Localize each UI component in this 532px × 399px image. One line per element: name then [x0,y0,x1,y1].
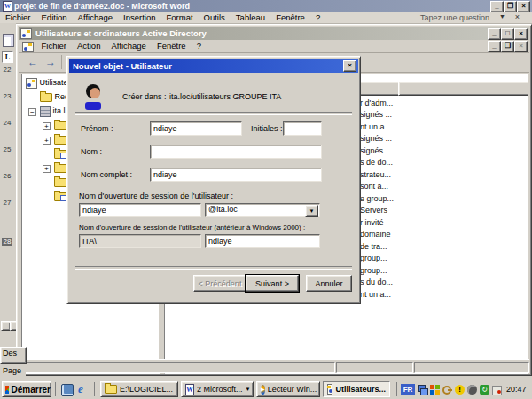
initials-input[interactable] [283,121,322,136]
word-menu-outils[interactable]: Outils [199,12,231,23]
sync-icon[interactable]: ↻ [480,385,489,395]
list-item[interactable]: e group... [360,194,394,203]
word-question-box[interactable]: Tapez une question [420,13,489,22]
expand-icon[interactable]: + [43,165,51,173]
show-desktop-icon[interactable] [61,384,74,396]
legacy-domain-input[interactable] [79,234,201,248]
network-display-icon[interactable] [418,385,427,395]
tree-item-ou-6[interactable] [54,192,66,201]
list-item[interactable]: domaine [360,230,391,239]
dialog-close-button[interactable]: × [343,60,356,72]
task-button-label: Utilisateurs... [335,385,386,394]
ruler-tab-selector[interactable]: L [2,51,13,63]
chevron-down-icon[interactable]: ▼ [499,13,505,20]
first-name-input[interactable] [150,121,242,136]
ad-menu-fichier[interactable]: Fichier [36,40,73,51]
word-menu-fenetre[interactable]: Fenêtre [270,12,310,23]
tree-item-ou-1[interactable] [54,121,66,130]
collapse-icon[interactable]: − [28,108,36,116]
task-button-media-player[interactable]: ▶ Lecteur Win... [256,381,320,397]
logon-name-input[interactable] [79,203,201,217]
list-item[interactable]: sont a... [360,182,388,191]
back-button[interactable]: < Précédent [193,275,246,292]
expand-icon[interactable]: + [43,137,51,145]
ad-menu-help[interactable]: ? [192,40,207,51]
start-button[interactable]: Démarrer [2,381,51,397]
list-item[interactable]: signés ... [360,110,392,119]
list-item[interactable]: r invité [360,218,384,227]
tree-item-saved-queries[interactable]: Req [40,92,69,102]
ad-child-close-button[interactable]: × [514,41,528,52]
dialog-titlebar[interactable]: Nouvel objet - Utilisateur × [69,59,358,73]
tree-item-ou-3[interactable] [54,149,66,159]
word-menubar-close-icon[interactable]: × [515,12,520,21]
tree-item-root[interactable]: Utilisate [26,78,68,89]
ad-minimize-button[interactable]: _ [488,28,501,40]
language-indicator[interactable]: FR [401,384,415,395]
back-icon[interactable]: ← [27,56,38,68]
list-item[interactable]: signés ... [360,134,392,143]
upn-suffix-combobox[interactable]: @ita.loc ▼ [205,203,320,217]
word-menu-affichage[interactable]: Affichage [73,12,118,23]
tree-item-ou-4[interactable] [54,163,66,173]
chevron-down-icon[interactable]: ▼ [305,205,318,217]
ad-maximize-button[interactable]: □ [501,28,514,40]
list-item[interactable]: signés ... [360,146,392,155]
list-item[interactable]: group... [360,266,387,275]
removable-drive-icon[interactable] [492,385,502,395]
task-button-word-group[interactable]: W 2 Microsoft... ▼ [181,381,254,397]
list-item[interactable]: nt un a... [360,290,391,299]
next-button[interactable]: Suivant > [246,275,299,292]
expand-icon[interactable]: + [43,122,51,130]
word-menu-tableau[interactable]: Tableau [231,12,270,23]
list-item[interactable]: s de do... [360,158,393,167]
scheduler-icon[interactable] [467,385,477,395]
word-menu-edition[interactable]: Edition [36,12,73,23]
task-button-label: E:\LOGICIEL... [120,385,173,394]
list-item[interactable]: s du do... [360,278,393,286]
messenger-icon[interactable] [430,385,440,395]
list-header-col2[interactable] [398,82,528,96]
tree-item-ou-2[interactable] [54,135,66,145]
word-titlebar[interactable]: W projet de fin de d'année2.doc - Micros… [0,0,532,12]
cancel-button[interactable]: Annuler [306,275,352,292]
taskbar: Démarrer e E:\LOGICIEL... W 2 Microsoft.… [0,379,532,399]
system-tray: FR ! ↻ 20:47 [401,381,530,397]
new-document-icon[interactable] [3,34,14,47]
status-section-1 [21,362,335,373]
folder-icon [40,93,52,102]
task-button-explorer[interactable]: E:\LOGICIEL... [100,381,178,397]
taskbar-separator [94,382,95,396]
full-name-input[interactable] [150,168,322,182]
internet-explorer-icon[interactable]: e [78,382,83,396]
last-name-input[interactable] [150,145,322,159]
ad-child-restore-button[interactable]: ❐ [501,41,514,52]
word-menu-help[interactable]: ? [310,12,325,23]
list-item[interactable]: group... [360,254,387,262]
key-icon[interactable] [442,385,452,395]
legacy-logon-input[interactable] [205,234,320,248]
list-item[interactable]: strateu... [360,170,391,179]
forward-icon[interactable]: → [45,56,56,68]
tree-item-ou-5[interactable] [54,177,66,187]
ad-close-button[interactable]: × [514,28,528,40]
user-icon [82,83,104,110]
word-menu-fichier[interactable]: Fichier [0,12,36,23]
ad-titlebar[interactable]: Utilisateurs et ordinateurs Active Direc… [19,27,529,40]
folder-icon [105,385,117,394]
warning-icon[interactable]: ! [455,385,465,395]
tree-item-domain[interactable]: ita.l [40,106,66,117]
ad-menu-affichage[interactable]: Affichage [106,40,151,51]
task-button-active-directory[interactable]: Utilisateurs... [323,381,390,397]
word-drawing-toolbar-button[interactable]: Des [0,347,27,364]
word-menu-format[interactable]: Format [160,12,198,23]
word-menu-insertion[interactable]: Insertion [118,12,160,23]
taskbar-separator [55,382,56,396]
list-item[interactable]: nt un a... [360,122,391,131]
list-item[interactable]: de tra... [360,242,387,251]
list-item[interactable]: Servers [360,206,387,215]
ad-menu-action[interactable]: Action [72,40,106,51]
ad-child-minimize-button[interactable]: _ [488,41,501,52]
ad-menu-fenetre[interactable]: Fenêtre [152,40,192,51]
list-item[interactable]: r d'adm... [360,98,393,107]
